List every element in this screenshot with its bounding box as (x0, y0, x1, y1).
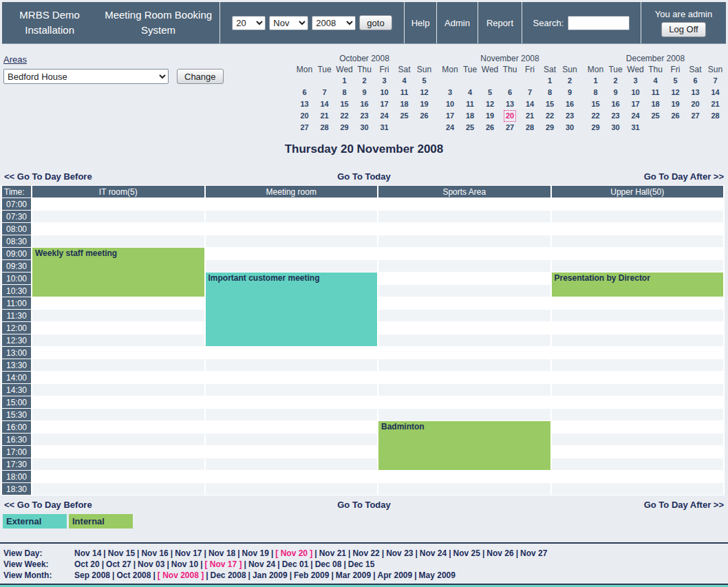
empty-slot[interactable] (378, 310, 550, 321)
empty-slot[interactable] (206, 372, 378, 383)
time-label[interactable]: 10:00 (2, 273, 31, 284)
view-link-item[interactable]: Nov 16 (141, 548, 168, 558)
calendar-day-number[interactable]: 13 (298, 98, 310, 110)
calendar-day-number[interactable]: 22 (544, 110, 556, 122)
time-label[interactable]: 18:30 (2, 483, 31, 495)
calendar-day[interactable]: 16 (606, 98, 625, 110)
go-to-day-after-link[interactable]: Go To Day After >> (484, 500, 724, 510)
calendar-day-number[interactable]: 16 (358, 98, 370, 110)
empty-slot[interactable] (32, 458, 204, 470)
empty-slot[interactable] (206, 384, 378, 396)
calendar-day[interactable]: 27 (500, 122, 520, 134)
empty-slot[interactable] (552, 421, 724, 433)
calendar-day[interactable]: 14 (705, 87, 725, 98)
calendar-day[interactable]: 21 (314, 110, 334, 122)
calendar-day[interactable]: 22 (586, 110, 606, 122)
empty-slot[interactable] (206, 359, 378, 371)
calendar-day-number[interactable]: 14 (524, 98, 536, 110)
calendar-day-number[interactable]: 3 (380, 75, 388, 87)
calendar-day-number[interactable]: 21 (318, 110, 330, 122)
calendar-day-number[interactable]: 28 (318, 122, 330, 134)
calendar-day-number[interactable]: 1 (546, 75, 554, 87)
calendar-day-number[interactable]: 15 (589, 98, 601, 110)
calendar-day[interactable]: 30 (606, 122, 625, 134)
calendar-day[interactable]: 4 (645, 75, 665, 87)
empty-slot[interactable] (378, 211, 550, 222)
empty-slot[interactable] (206, 471, 378, 482)
calendar-day[interactable]: 12 (480, 98, 500, 110)
calendar-day[interactable]: 29 (540, 122, 560, 134)
empty-slot[interactable] (378, 235, 550, 247)
view-link-item[interactable]: Nov 26 (486, 548, 513, 558)
calendar-day-number[interactable]: 27 (504, 122, 516, 134)
calendar-day[interactable]: 23 (560, 110, 580, 122)
empty-slot[interactable] (206, 458, 378, 470)
calendar-day[interactable]: 18 (645, 98, 665, 110)
calendar-day[interactable]: 13 (295, 98, 314, 110)
go-to-today-link[interactable]: Go To Today (244, 500, 484, 510)
calendar-day-number[interactable]: 14 (318, 98, 330, 110)
calendar-day-number[interactable]: 13 (504, 98, 516, 110)
time-label[interactable]: 12:00 (2, 322, 31, 334)
calendar-day-number[interactable]: 9 (360, 87, 368, 98)
calendar-day[interactable]: 31 (625, 122, 645, 134)
calendar-day-number[interactable]: 16 (564, 98, 576, 110)
calendar-day-number[interactable]: 26 (484, 122, 496, 134)
calendar-day[interactable]: 25 (460, 122, 480, 134)
calendar-day[interactable]: 7 (520, 87, 540, 98)
calendar-day-number[interactable]: 12 (484, 98, 496, 110)
calendar-day[interactable]: 6 (500, 87, 520, 98)
calendar-day-number[interactable]: 8 (546, 87, 554, 98)
calendar-day-number[interactable]: 29 (544, 122, 556, 134)
calendar-day[interactable]: 17 (625, 98, 645, 110)
calendar-day-number[interactable]: 25 (649, 110, 661, 122)
empty-slot[interactable] (206, 223, 378, 235)
calendar-day-number[interactable]: 17 (378, 98, 390, 110)
empty-slot[interactable] (552, 446, 724, 458)
calendar-day-number[interactable]: 2 (360, 75, 368, 87)
calendar-day-number[interactable]: 1 (340, 75, 348, 87)
calendar-day-number[interactable]: 10 (629, 87, 641, 98)
view-link-item[interactable]: Nov 18 (208, 548, 235, 558)
calendar-day[interactable]: 28 (520, 122, 540, 134)
calendar-day[interactable]: 28 (314, 122, 334, 134)
empty-slot[interactable] (378, 260, 550, 272)
goto-button[interactable]: goto (359, 15, 392, 30)
view-link-item[interactable]: Oct 20 (74, 559, 100, 569)
view-link-item[interactable]: Dec 2008 (211, 570, 246, 580)
empty-slot[interactable] (552, 396, 724, 408)
empty-slot[interactable] (206, 347, 378, 359)
time-label[interactable]: 17:00 (2, 446, 31, 458)
calendar-day-number[interactable]: 30 (358, 122, 370, 134)
empty-slot[interactable] (32, 483, 204, 495)
empty-slot[interactable] (206, 483, 378, 495)
time-label[interactable]: 08:00 (2, 223, 31, 235)
time-label[interactable]: 15:30 (2, 409, 31, 420)
empty-slot[interactable] (32, 409, 204, 420)
calendar-day-number[interactable]: 17 (444, 110, 456, 122)
room-column-header[interactable]: Upper Hall(50) (552, 186, 724, 198)
empty-slot[interactable] (206, 211, 378, 222)
calendar-day-number[interactable]: 25 (398, 110, 410, 122)
areas-link[interactable]: Areas (3, 54, 27, 65)
calendar-day[interactable]: 24 (374, 110, 394, 122)
calendar-day-number[interactable]: 23 (609, 110, 621, 122)
calendar-day-number[interactable]: 4 (400, 75, 408, 87)
empty-slot[interactable] (378, 223, 550, 235)
go-to-today-link[interactable]: Go To Today (244, 171, 484, 182)
view-link-item[interactable]: Apr 2009 (377, 570, 412, 580)
calendar-day-number[interactable]: 22 (589, 110, 601, 122)
calendar-day[interactable]: 5 (414, 75, 434, 87)
calendar-day-number[interactable]: 25 (464, 122, 476, 134)
empty-slot[interactable] (32, 198, 204, 210)
calendar-day-number[interactable]: 3 (446, 87, 454, 98)
report-link[interactable]: Report (478, 2, 522, 43)
calendar-day-number[interactable]: 7 (526, 87, 534, 98)
calendar-day-number[interactable]: 4 (466, 87, 474, 98)
empty-slot[interactable] (206, 409, 378, 420)
time-label[interactable]: 08:30 (2, 235, 31, 247)
calendar-day-number[interactable]: 24 (444, 122, 456, 134)
calendar-day-number[interactable]: 11 (398, 87, 411, 98)
calendar-day[interactable]: 3 (625, 75, 645, 87)
time-label[interactable]: 16:00 (2, 421, 31, 433)
